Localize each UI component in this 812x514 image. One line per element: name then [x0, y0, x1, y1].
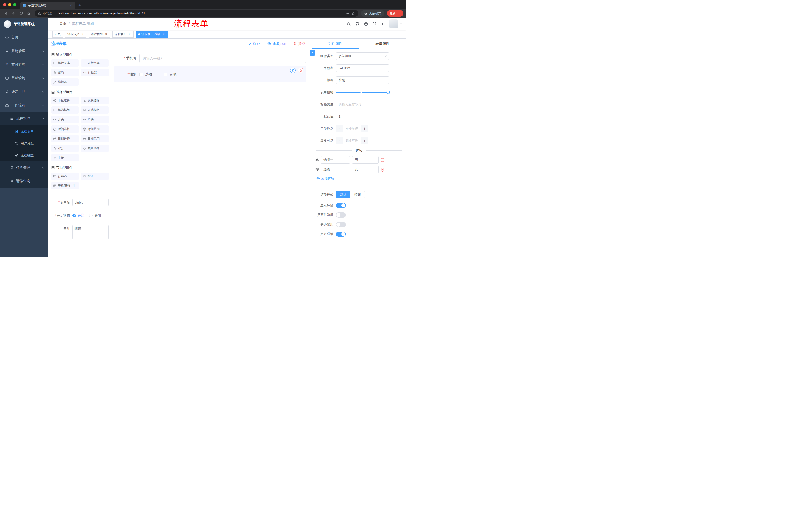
window-minimize-button[interactable] — [8, 3, 11, 6]
back-icon[interactable] — [2, 10, 9, 17]
palette-item-date-range[interactable]: 日期范围 — [81, 135, 109, 142]
status-radio-on[interactable]: 开启 — [72, 212, 84, 219]
phone-input[interactable] — [140, 54, 306, 63]
tab-form-props[interactable]: 表单属性 — [359, 39, 406, 49]
required-switch[interactable] — [336, 232, 346, 237]
option-label-input[interactable] — [321, 166, 350, 173]
status-radio-off[interactable]: 关闭 — [89, 212, 101, 219]
more-vertical-icon[interactable]: ⋮ — [398, 11, 401, 15]
sidebar-item-process-management[interactable]: 流程管理 — [0, 112, 48, 125]
label-width-input[interactable] — [336, 101, 389, 108]
sidebar-item-leave-query[interactable]: 请假查询 — [0, 174, 48, 188]
sidebar-item-workflow[interactable]: 工作流程 — [0, 99, 48, 112]
home-icon[interactable] — [25, 10, 32, 17]
hamburger-icon[interactable] — [48, 18, 58, 30]
caret-down-icon[interactable] — [400, 23, 403, 25]
tag-close-icon[interactable]: × — [128, 33, 132, 36]
grid-slider[interactable] — [336, 88, 389, 96]
sidebar-item-user-group[interactable]: 用户分组 — [0, 137, 48, 150]
stepper-placeholder[interactable]: 最多可选 — [343, 137, 361, 144]
browser-tab[interactable]: 芋道管理系统 × — [20, 1, 76, 9]
palette-item-checkbox-group[interactable]: 多选框组 — [81, 106, 109, 114]
slider-handle[interactable] — [386, 90, 390, 94]
form-name-input[interactable] — [72, 199, 109, 206]
with-border-switch[interactable] — [336, 213, 346, 218]
fullscreen-icon[interactable] — [370, 18, 379, 30]
drag-handle-icon[interactable] — [315, 168, 319, 171]
reload-icon[interactable] — [18, 10, 25, 17]
tag-home[interactable]: 首页 — [52, 31, 63, 38]
url-text[interactable]: dashboard.yudao.iocoder.cn/bpm/manager/f… — [57, 11, 344, 15]
sidebar-item-payment[interactable]: ¥ 支付管理 — [0, 58, 48, 72]
sidebar-item-infra[interactable]: 基础设施 — [0, 72, 48, 85]
palette-item-counter[interactable]: 123 计数器 — [81, 69, 109, 76]
palette-item-radio-group[interactable]: 单选框组 — [51, 106, 79, 114]
stepper-placeholder[interactable]: 至少应选 — [343, 125, 361, 132]
palette-item-single-text[interactable]: 单行文本 — [51, 59, 79, 66]
save-button[interactable]: 保存 — [248, 42, 260, 46]
tab-close-icon[interactable]: × — [69, 3, 73, 7]
delete-component-button[interactable] — [298, 67, 303, 73]
checkbox-box[interactable] — [164, 73, 167, 76]
tag-process-form[interactable]: 流程表单 × — [112, 31, 134, 38]
gender-option-2[interactable]: 选项二 — [164, 72, 180, 77]
slider-track[interactable] — [336, 92, 389, 93]
url-bar[interactable]: 不安全 dashboard.yudao.iocoder.cn/bpm/manag… — [35, 10, 358, 17]
palette-item-rate[interactable]: 评分 — [51, 144, 79, 152]
palette-item-multi-text[interactable]: 多行文本 — [81, 59, 109, 66]
palette-item-color-picker[interactable]: 颜色选择 — [81, 144, 109, 152]
clear-button[interactable]: 清空 — [293, 42, 305, 46]
palette-item-time-picker[interactable]: 时间选择 — [51, 126, 79, 133]
external-link-button[interactable] — [310, 50, 315, 56]
sidebar-item-home[interactable]: 首页 — [0, 31, 48, 44]
security-label[interactable]: 不安全 — [43, 11, 53, 16]
palette-item-upload[interactable]: 上传 — [51, 154, 79, 161]
bookmark-star-icon[interactable] — [351, 11, 355, 15]
forward-icon[interactable] — [10, 10, 17, 17]
palette-item-switch[interactable]: 开关 — [51, 116, 79, 123]
option-value-input[interactable] — [352, 156, 379, 164]
palette-item-slider[interactable]: 滑块 — [81, 116, 109, 123]
palette-item-date-picker[interactable]: 日期选择 — [51, 135, 79, 142]
window-close-button[interactable] — [3, 3, 6, 6]
checkbox-box[interactable] — [140, 73, 143, 76]
component-type-select[interactable] — [336, 52, 389, 60]
drag-handle-icon[interactable] — [315, 158, 319, 162]
key-icon[interactable] — [346, 11, 349, 15]
remark-textarea[interactable]: 嘿嘿 — [72, 225, 109, 239]
font-size-icon[interactable] — [379, 18, 387, 30]
window-zoom-button[interactable] — [13, 3, 16, 6]
browser-update-button[interactable]: 更新 ⋮ — [387, 10, 404, 17]
breadcrumb-home[interactable]: 首页 — [59, 22, 66, 26]
tag-process-form-edit[interactable]: 流程表单-编辑 × — [136, 31, 168, 38]
copy-component-button[interactable] — [290, 67, 296, 73]
tag-process-definition[interactable]: 流程定义 × — [65, 31, 86, 38]
disabled-switch[interactable] — [336, 222, 346, 227]
remove-option-icon[interactable] — [380, 158, 385, 162]
new-tab-button[interactable]: + — [76, 1, 84, 9]
view-json-button[interactable]: 查看json — [267, 42, 286, 46]
field-name-input[interactable] — [336, 64, 389, 72]
sidebar-item-system[interactable]: 系统管理 — [0, 44, 48, 58]
title-input[interactable] — [336, 77, 389, 84]
github-icon[interactable] — [353, 18, 361, 30]
avatar[interactable] — [389, 19, 398, 28]
gender-option-1[interactable]: 选项一 — [140, 72, 156, 77]
palette-item-table[interactable]: 表格[开发中] — [51, 182, 79, 189]
canvas-field-gender-selected[interactable]: *性别 选项一 选项二 — [114, 66, 306, 82]
stepper-decrease-button[interactable]: − — [336, 137, 343, 144]
tag-close-icon[interactable]: × — [81, 33, 84, 36]
tag-close-icon[interactable]: × — [104, 33, 108, 36]
sidebar-item-task-management[interactable]: 任务管理 — [0, 161, 48, 174]
sidebar-item-process-model[interactable]: 流程模型 — [0, 150, 48, 161]
stepper-decrease-button[interactable]: − — [336, 125, 343, 132]
option-label-input[interactable] — [321, 156, 350, 164]
show-label-switch[interactable] — [336, 203, 346, 208]
add-option-button[interactable]: 添加选项 — [316, 176, 406, 181]
palette-item-time-range[interactable]: 时间范围 — [81, 126, 109, 133]
stepper-increase-button[interactable]: + — [361, 137, 368, 144]
palette-item-editor[interactable]: 编辑器 — [51, 78, 79, 86]
palette-item-row-container[interactable]: 行容器 — [51, 172, 79, 180]
palette-item-button[interactable]: 按钮 — [81, 172, 109, 180]
palette-item-password[interactable]: 密码 — [51, 69, 79, 76]
